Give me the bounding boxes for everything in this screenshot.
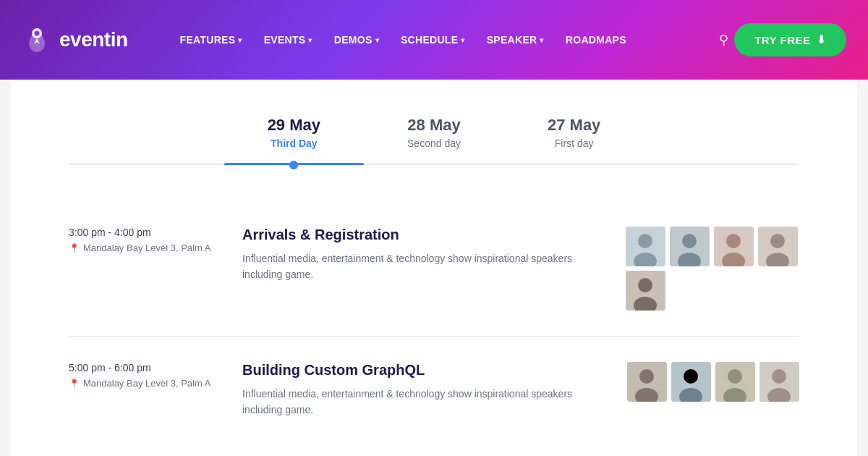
chevron-down-icon: ▾ xyxy=(238,36,242,44)
site-header: eventin FEATURES ▾ EVENTS ▾ DEMOS ▾ SCHE… xyxy=(0,0,868,80)
svg-point-12 xyxy=(770,234,785,248)
speaker-avatar[interactable] xyxy=(715,362,755,402)
speakers-grid-1 xyxy=(626,227,799,311)
svg-point-21 xyxy=(684,369,698,384)
location-pin-icon: 📍 xyxy=(69,243,80,253)
session-location-2: 📍 Mandalay Bay Level 3, Palm A xyxy=(69,378,213,389)
speaker-avatar[interactable] xyxy=(626,227,665,266)
svg-point-15 xyxy=(638,278,652,292)
svg-point-1 xyxy=(35,31,40,36)
nav-roadmaps[interactable]: ROADMAPS xyxy=(557,28,635,51)
logo[interactable]: eventin xyxy=(22,25,128,55)
nav-features[interactable]: FEATURES ▾ xyxy=(171,28,251,51)
svg-point-6 xyxy=(682,234,697,248)
session-time-2: 5:00 pm - 6:00 pm xyxy=(69,362,213,373)
try-free-button[interactable]: TRY FREE ⬇ xyxy=(734,23,846,56)
session-location-1: 📍 Mandalay Bay Level 3, Palm A xyxy=(69,242,213,253)
svg-point-18 xyxy=(639,369,654,384)
session-description-2: Influential media, entertainment & techn… xyxy=(242,386,598,418)
main-content: 29 May Third Day 28 May Second day 27 Ma… xyxy=(11,80,857,456)
speaker-avatar[interactable] xyxy=(758,227,798,266)
main-nav: FEATURES ▾ EVENTS ▾ DEMOS ▾ SCHEDULE ▾ S… xyxy=(171,28,714,51)
speaker-avatar[interactable] xyxy=(670,227,710,266)
speakers-grid-2 xyxy=(627,362,799,402)
schedule-session-1: 3:00 pm - 4:00 pm 📍 Mandalay Bay Level 3… xyxy=(69,201,799,337)
speaker-avatar[interactable] xyxy=(714,227,754,266)
session-content-2: Building Custom GraphQL Influential medi… xyxy=(242,362,598,418)
speaker-avatar[interactable] xyxy=(760,362,799,402)
speaker-avatar[interactable] xyxy=(626,271,665,311)
location-pin-icon: 📍 xyxy=(69,379,80,389)
schedule-session-2: 5:00 pm - 6:00 pm 📍 Mandalay Bay Level 3… xyxy=(69,337,799,444)
chevron-down-icon: ▾ xyxy=(375,36,379,44)
nav-speaker[interactable]: SPEAKER ▾ xyxy=(478,28,553,51)
session-time-location-2: 5:00 pm - 6:00 pm 📍 Mandalay Bay Level 3… xyxy=(69,362,213,389)
session-time-1: 3:00 pm - 4:00 pm xyxy=(69,227,213,238)
day-tabs: 29 May Third Day 28 May Second day 27 Ma… xyxy=(69,109,799,165)
tab-third-day[interactable]: 29 May Third Day xyxy=(224,109,364,164)
download-icon: ⬇ xyxy=(817,33,827,46)
tab-second-day[interactable]: 28 May Second day xyxy=(364,109,504,164)
speaker-avatar[interactable] xyxy=(627,362,667,402)
nav-schedule[interactable]: SCHEDULE ▾ xyxy=(392,28,474,51)
search-icon[interactable]: ⚲ xyxy=(713,26,734,54)
tab-first-day[interactable]: 27 May First day xyxy=(504,109,644,164)
speaker-avatar[interactable] xyxy=(671,362,711,402)
session-title-1: Arrivals & Registration xyxy=(242,227,597,243)
svg-point-3 xyxy=(638,234,652,248)
svg-point-9 xyxy=(726,234,741,248)
chevron-down-icon: ▾ xyxy=(540,36,543,44)
nav-events[interactable]: EVENTS ▾ xyxy=(255,28,321,51)
chevron-down-icon: ▾ xyxy=(308,36,312,44)
logo-icon xyxy=(22,25,52,55)
chevron-down-icon: ▾ xyxy=(461,36,464,44)
session-time-location-1: 3:00 pm - 4:00 pm 📍 Mandalay Bay Level 3… xyxy=(69,227,213,253)
session-title-2: Building Custom GraphQL xyxy=(242,362,598,379)
logo-text: eventin xyxy=(59,28,128,51)
nav-demos[interactable]: DEMOS ▾ xyxy=(326,28,388,51)
svg-point-27 xyxy=(772,369,786,384)
svg-point-24 xyxy=(728,369,742,384)
session-content-1: Arrivals & Registration Influential medi… xyxy=(242,227,597,283)
session-description-1: Influential media, entertainment & techn… xyxy=(242,250,597,283)
